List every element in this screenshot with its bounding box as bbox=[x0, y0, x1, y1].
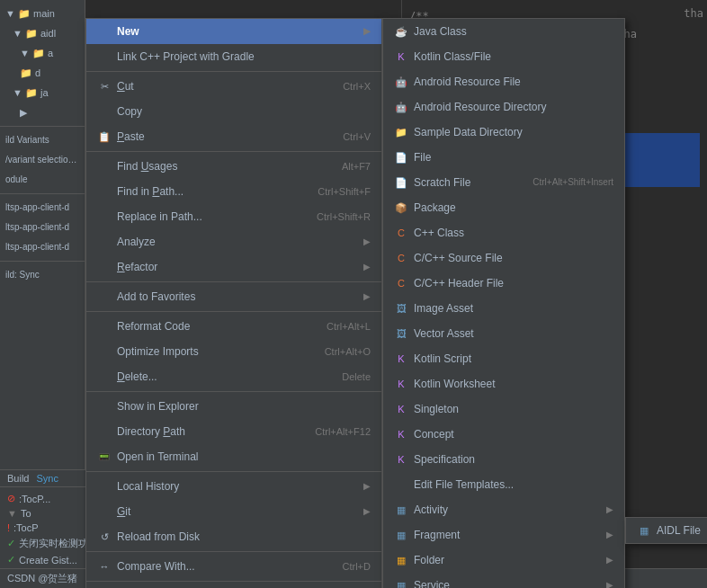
activity-icon: ▦ bbox=[394, 501, 408, 519]
warning-icon-1: ✓ bbox=[7, 538, 15, 549]
menu-item-new[interactable]: New ▶ bbox=[86, 19, 381, 44]
menu-item-delete[interactable]: Delete... Delete bbox=[86, 364, 381, 389]
separator-4 bbox=[86, 311, 381, 312]
folder-arrow: ▶ bbox=[606, 551, 613, 569]
menu-new-sample-data[interactable]: 📁 Sample Data Directory bbox=[383, 120, 624, 145]
menu-new-specification[interactable]: K Specification bbox=[383, 447, 624, 472]
menu-new-singleton[interactable]: K Singleton bbox=[383, 396, 624, 422]
menu-item-add-favorites[interactable]: Add to Favorites ▶ bbox=[86, 284, 381, 309]
menu-item-refactor[interactable]: Refactor ▶ bbox=[86, 254, 381, 280]
separator-5 bbox=[86, 391, 381, 392]
menu-item-analyze[interactable]: Analyze ▶ bbox=[86, 229, 381, 254]
cpp-header-icon: C bbox=[394, 274, 408, 292]
menu-new-cpp-source[interactable]: C C/C++ Source File bbox=[383, 245, 624, 271]
analyze-arrow: ▶ bbox=[363, 233, 371, 251]
menu-item-copy[interactable]: Copy bbox=[86, 99, 381, 124]
sidebar-item-module[interactable]: odule bbox=[0, 170, 85, 190]
menu-new-concept[interactable]: K Concept bbox=[383, 422, 624, 447]
menu-item-git[interactable]: Git ▶ bbox=[86, 499, 381, 524]
menu-new-package[interactable]: 📦 Package bbox=[383, 195, 624, 220]
menu-new-kotlin-script[interactable]: K Kotlin Script bbox=[383, 346, 624, 371]
vector-asset-icon: 🖼 bbox=[394, 325, 408, 343]
menu-new-fragment[interactable]: ▦ Fragment ▶ bbox=[383, 522, 624, 548]
menu-new-java[interactable]: ☕ Java Class bbox=[383, 19, 624, 44]
sidebar-item-variants[interactable]: ild Variants bbox=[0, 130, 85, 150]
top-corner-text: tha bbox=[684, 7, 703, 20]
separator-8 bbox=[86, 581, 381, 582]
warning-icon-2: ✓ bbox=[7, 554, 15, 566]
menu-item-external-tools[interactable]: External Tools ▶ bbox=[86, 584, 381, 588]
menu-new-edit-templates[interactable]: Edit File Templates... bbox=[383, 472, 624, 497]
menu-item-reload[interactable]: ↺ Reload from Disk bbox=[86, 524, 381, 549]
menu-new-activity[interactable]: ▦ Activity ▶ bbox=[383, 497, 624, 522]
android-resource-dir-icon: 🤖 bbox=[394, 98, 408, 116]
package-icon: 📦 bbox=[394, 199, 408, 217]
context-menu-new: ☕ Java Class K Kotlin Class/File 🤖 Andro… bbox=[382, 18, 625, 588]
build-title: Build bbox=[7, 473, 29, 484]
new-folder-icon: ▦ bbox=[394, 551, 408, 569]
menu-item-replace-path[interactable]: Replace in Path... Ctrl+Shift+R bbox=[86, 204, 381, 229]
error-icon-1: ⊘ bbox=[7, 493, 15, 504]
sample-data-icon: 📁 bbox=[394, 123, 408, 141]
sidebar-item-sub[interactable]: ▶ bbox=[0, 102, 85, 122]
menu-new-cpp-header[interactable]: C C/C++ Header File bbox=[383, 271, 624, 296]
sidebar-client-1[interactable]: ltsp-app-client-d bbox=[0, 198, 85, 218]
fragment-arrow: ▶ bbox=[606, 526, 613, 544]
cpp-class-icon: C bbox=[394, 224, 408, 242]
bottom-csdn: CSDN @贺兰猪 bbox=[7, 572, 77, 585]
sidebar-build-sync[interactable]: ild: Sync bbox=[0, 265, 85, 285]
separator-1 bbox=[86, 71, 381, 72]
separator-3 bbox=[86, 281, 381, 282]
specification-icon: K bbox=[394, 450, 408, 468]
sidebar-client-2[interactable]: ltsp-app-client-d bbox=[0, 218, 85, 237]
context-menu-aidl: ▦ AIDL File bbox=[625, 517, 707, 544]
separator-7 bbox=[86, 551, 381, 552]
aidl-file-icon: ▦ bbox=[637, 521, 651, 539]
sidebar-item-a[interactable]: ▼ 📁 a bbox=[0, 43, 85, 63]
menu-new-android-resource-file[interactable]: 🤖 Android Resource File bbox=[383, 69, 624, 94]
sidebar-item-main[interactable]: ▼ 📁 main bbox=[0, 4, 85, 23]
concept-icon: K bbox=[394, 425, 408, 443]
service-arrow: ▶ bbox=[606, 576, 613, 588]
menu-new-file[interactable]: 📄 File bbox=[383, 145, 624, 170]
sidebar-item-d[interactable]: 📁 d bbox=[0, 63, 85, 83]
menu-new-kotlin-worksheet[interactable]: K Kotlin Worksheet bbox=[383, 371, 624, 396]
kotlin-icon: K bbox=[394, 48, 408, 66]
new-arrow-icon: ▶ bbox=[363, 22, 371, 40]
fragment-icon: ▦ bbox=[394, 526, 408, 544]
menu-new-cpp-class[interactable]: C C++ Class bbox=[383, 220, 624, 245]
kotlin-worksheet-icon: K bbox=[394, 375, 408, 393]
sidebar-item-aidl[interactable]: ▼ 📁 aidl bbox=[0, 23, 85, 43]
sidebar-item-variant-sel[interactable]: /variant selection d bbox=[0, 150, 85, 170]
menu-item-show-explorer[interactable]: Show in Explorer bbox=[86, 394, 381, 419]
menu-item-paste[interactable]: 📋 Paste Ctrl+V bbox=[86, 124, 381, 149]
menu-item-cut[interactable]: ✂ Cut Ctrl+X bbox=[86, 74, 381, 99]
separator-2 bbox=[86, 151, 381, 152]
menu-item-local-history[interactable]: Local History ▶ bbox=[86, 474, 381, 499]
menu-item-find-usages[interactable]: Find Usages Alt+F7 bbox=[86, 154, 381, 179]
git-arrow: ▶ bbox=[363, 503, 371, 521]
sidebar-client-3[interactable]: ltsp-app-client-d bbox=[0, 237, 85, 257]
menu-new-image-asset[interactable]: 🖼 Image Asset bbox=[383, 296, 624, 321]
sidebar-item-ja[interactable]: ▼ 📁 ja bbox=[0, 83, 85, 102]
menu-new-folder[interactable]: ▦ Folder ▶ bbox=[383, 548, 624, 573]
menu-aidl-file[interactable]: ▦ AIDL File bbox=[626, 518, 707, 543]
menu-item-optimize[interactable]: Optimize Imports Ctrl+Alt+O bbox=[86, 339, 381, 364]
build-sync[interactable]: Sync bbox=[36, 473, 58, 484]
menu-new-kotlin[interactable]: K Kotlin Class/File bbox=[383, 44, 624, 69]
menu-item-link-cpp[interactable]: Link C++ Project with Gradle bbox=[86, 44, 381, 69]
service-icon: ▦ bbox=[394, 576, 408, 588]
menu-item-open-terminal[interactable]: 📟 Open in Terminal bbox=[86, 444, 381, 469]
menu-item-reformat[interactable]: Reformat Code Ctrl+Alt+L bbox=[86, 314, 381, 339]
menu-item-find-path[interactable]: Find in Path... Ctrl+Shift+F bbox=[86, 179, 381, 204]
menu-item-compare[interactable]: ↔ Compare With... Ctrl+D bbox=[86, 554, 381, 579]
menu-new-android-resource-dir[interactable]: 🤖 Android Resource Directory bbox=[383, 94, 624, 120]
menu-new-scratch[interactable]: 📄 Scratch File Ctrl+Alt+Shift+Insert bbox=[383, 170, 624, 195]
tree-icon: ▼ bbox=[7, 508, 17, 519]
file-icon: 📄 bbox=[394, 148, 408, 166]
java-icon: ☕ bbox=[394, 22, 408, 40]
separator-6 bbox=[86, 471, 381, 472]
menu-item-dir-path[interactable]: Directory Path Ctrl+Alt+F12 bbox=[86, 419, 381, 444]
menu-new-service[interactable]: ▦ Service ▶ bbox=[383, 573, 624, 588]
menu-new-vector-asset[interactable]: 🖼 Vector Asset bbox=[383, 321, 624, 346]
